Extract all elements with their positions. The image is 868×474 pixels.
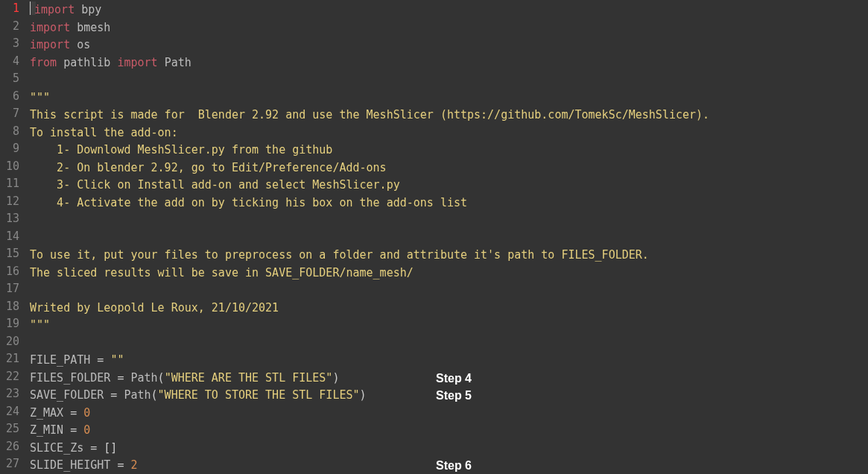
token-str: 3- Click on Install add-on and select Me… <box>30 178 400 192</box>
token-kw: import <box>34 3 75 16</box>
code-line[interactable]: Z_MAX = 0 <box>30 405 709 423</box>
token-op <box>70 21 77 34</box>
token-str: 4- Activate the add on by ticking his bo… <box>30 196 467 209</box>
line-number: 21 <box>3 350 19 368</box>
token-op: ) <box>360 388 367 402</box>
token-op <box>75 3 81 16</box>
token-str: To install the add-on: <box>30 126 178 139</box>
line-number: 6 <box>3 88 19 106</box>
token-ident: Z_MAX <box>30 406 63 420</box>
line-number: 27 <box>3 455 19 473</box>
code-line[interactable]: Z_MIN = 0 <box>30 422 709 440</box>
token-str: This script is made for Blender 2.92 and… <box>30 108 709 121</box>
line-number: 23 <box>3 385 19 403</box>
token-ident: FILE_PATH <box>30 353 90 367</box>
line-number: 14 <box>3 228 19 246</box>
token-ident: Z_MIN <box>30 423 63 437</box>
code-line[interactable]: This script is made for Blender 2.92 and… <box>30 107 709 124</box>
line-number: 15 <box>3 245 19 263</box>
line-number: 9 <box>3 140 19 158</box>
code-line[interactable]: """ <box>30 89 709 107</box>
code-line[interactable]: 4- Activate the add on by ticking his bo… <box>30 195 709 212</box>
token-kw: from <box>30 56 57 69</box>
code-editor[interactable]: 1234567891011121314151617181920212223242… <box>0 0 868 474</box>
token-kw: import <box>117 56 157 69</box>
line-number: 2 <box>3 18 19 36</box>
code-line[interactable]: SLICE_Zs = [] <box>30 440 709 458</box>
token-op <box>70 38 77 51</box>
token-str: """ <box>30 91 50 104</box>
line-number: 25 <box>3 420 19 438</box>
code-line[interactable]: SLIDE_HEIGHT = 2 <box>30 457 709 474</box>
token-mod: bmesh <box>77 21 110 34</box>
line-number: 24 <box>3 403 19 421</box>
token-mod: bpy <box>81 3 101 16</box>
token-ident: SLICE_Zs <box>30 441 83 455</box>
line-number: 13 <box>3 210 19 228</box>
code-line[interactable]: import bpy <box>30 0 709 19</box>
line-number: 8 <box>3 123 19 141</box>
code-line[interactable]: 3- Click on Install add-on and select Me… <box>30 177 709 195</box>
code-line[interactable]: 2- On blender 2.92, go to Edit/Preferenc… <box>30 159 709 177</box>
token-kw: import <box>30 21 70 34</box>
token-op <box>158 56 165 69</box>
token-str: "" <box>110 353 124 367</box>
token-str: 1- Downlowd MeshSlicer.py from the githu… <box>30 143 332 157</box>
line-number: 4 <box>3 53 19 71</box>
token-op: = [] <box>83 441 117 455</box>
line-number: 12 <box>3 193 19 211</box>
token-op: = <box>110 371 130 385</box>
token-op: ) <box>332 371 339 385</box>
line-number: 18 <box>3 298 19 316</box>
code-line[interactable]: FILES_FOLDER = Path("WHERE ARE THE STL F… <box>30 370 709 388</box>
line-number: 19 <box>3 315 19 333</box>
token-str: 2- On blender 2.92, go to Edit/Preferenc… <box>30 161 387 174</box>
token-str: """ <box>30 318 50 332</box>
token-op: = <box>63 423 83 437</box>
line-number: 5 <box>3 70 19 88</box>
line-number: 3 <box>3 35 19 53</box>
line-number: 26 <box>3 438 19 456</box>
token-str: To use it, put your files to preprocess … <box>30 248 649 262</box>
token-op: ( <box>151 388 158 402</box>
token-op: = <box>63 406 83 420</box>
token-num: 0 <box>83 423 90 437</box>
token-str: The sliced results will be save in SAVE_… <box>30 266 414 279</box>
token-str: "WHERE TO STORE THE STL FILES" <box>158 388 360 402</box>
token-str: Writed by Leopold Le Roux, 21/10/2021 <box>30 301 279 315</box>
code-line[interactable]: The sliced results will be save in SAVE_… <box>30 265 709 282</box>
line-number-gutter: 1234567891011121314151617181920212223242… <box>0 0 25 474</box>
code-line[interactable]: import bmesh <box>30 19 709 37</box>
code-line[interactable] <box>30 335 709 353</box>
code-line[interactable] <box>30 212 709 230</box>
code-line[interactable]: import os <box>30 37 709 54</box>
token-str: "WHERE ARE THE STL FILES" <box>165 371 333 385</box>
token-num: 0 <box>83 406 90 420</box>
code-line[interactable] <box>30 72 709 89</box>
code-line[interactable]: 1- Downlowd MeshSlicer.py from the githu… <box>30 142 709 159</box>
code-line[interactable]: from pathlib import Path <box>30 54 709 72</box>
code-line[interactable]: FILE_PATH = "" <box>30 352 709 370</box>
token-mod: pathlib <box>63 56 110 69</box>
token-op: = <box>90 353 110 367</box>
token-op: = <box>110 458 130 472</box>
code-line[interactable]: To install the add-on: <box>30 124 709 142</box>
code-area[interactable]: import bpyimport bmeshimport osfrom path… <box>25 0 709 474</box>
line-number: 11 <box>3 175 19 193</box>
token-ident: SAVE_FOLDER <box>30 388 104 402</box>
token-op: = <box>104 388 124 402</box>
token-ident: SLIDE_HEIGHT <box>30 458 110 472</box>
code-line[interactable]: To use it, put your files to preprocess … <box>30 247 709 265</box>
code-line[interactable] <box>30 282 709 300</box>
line-number: 17 <box>3 280 19 298</box>
token-op: ( <box>158 371 165 385</box>
token-ident: Path <box>124 388 151 402</box>
line-number: 20 <box>3 333 19 351</box>
code-line[interactable] <box>30 230 709 247</box>
code-line[interactable]: """ <box>30 317 709 335</box>
code-line[interactable]: SAVE_FOLDER = Path("WHERE TO STORE THE S… <box>30 387 709 405</box>
code-line[interactable]: Writed by Leopold Le Roux, 21/10/2021 <box>30 300 709 317</box>
line-number: 22 <box>3 368 19 386</box>
line-number: 16 <box>3 263 19 281</box>
token-mod: Path <box>165 56 191 69</box>
